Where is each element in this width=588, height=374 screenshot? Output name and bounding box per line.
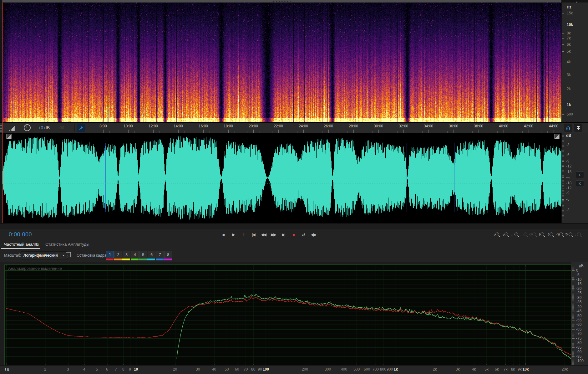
y-tick-label: -55 xyxy=(576,318,581,322)
scrollbar-grip-icon[interactable] xyxy=(273,1,291,2)
skip-to-start-icon: |◀ xyxy=(252,232,255,237)
zoom-vertical-alt-button[interactable]: ↕ xyxy=(574,231,582,238)
hold-button-3[interactable]: 3 xyxy=(123,251,130,258)
monitoring-button[interactable] xyxy=(564,124,572,132)
hold-button-8[interactable]: 8 xyxy=(164,251,172,258)
scale-scroll-up-icon[interactable]: ▾ xyxy=(576,1,578,4)
toolbar-divider xyxy=(74,124,75,132)
record-button[interactable]: ● xyxy=(289,231,297,238)
hold-button-7[interactable]: 7 xyxy=(156,251,164,258)
frequency-tick-label: 500 xyxy=(567,112,573,116)
pin-button[interactable] xyxy=(77,124,85,132)
skip-to-start-button[interactable]: |◀ xyxy=(249,231,257,238)
ruler-time-label: 14:00 xyxy=(174,124,183,128)
zoom-out-vertical-button[interactable]: ↕− xyxy=(501,231,509,238)
zoom-in-horizontal-button[interactable]: ↔+ xyxy=(510,231,518,238)
x-tick-label: 70 xyxy=(244,367,248,371)
gain-ghost-value: 00 xyxy=(59,125,64,130)
y-tick-label: -95 xyxy=(576,354,581,359)
zoom-out-horizontal-button[interactable]: ↔− xyxy=(520,231,527,238)
transport-bar: 0:00.000 ■▶Ⅱ|◀◀◀▶▶▶|●⇄◀|▶ ↕+↕−↔+↔−↺{}{}↻… xyxy=(0,229,588,240)
x-tick-label: 20k xyxy=(562,367,568,371)
loop-playback-button[interactable]: ⇄ xyxy=(299,231,307,238)
levels-meter-icon[interactable] xyxy=(9,125,16,131)
amplitude-tick-label: -6 xyxy=(566,153,570,157)
stop-button[interactable]: ■ xyxy=(219,231,227,238)
marker-button[interactable] xyxy=(574,124,582,132)
gain-readout[interactable]: +0 dB xyxy=(38,125,50,130)
clock-icon[interactable] xyxy=(24,124,31,131)
frequency-tick-label: 4k xyxy=(567,60,571,64)
analyzed-selection-label: Анализированое выделение xyxy=(8,266,62,271)
spectral-split-handle-right[interactable] xyxy=(554,134,560,139)
pause-button[interactable]: Ⅱ xyxy=(239,231,247,238)
hold-button-4[interactable]: 4 xyxy=(131,251,139,258)
frequency-chart[interactable] xyxy=(4,264,571,365)
zoom-in-vertical-button[interactable]: ↕+ xyxy=(492,231,500,238)
skip-selection-button[interactable]: ◀|▶ xyxy=(309,231,317,238)
hold-color-bar xyxy=(164,259,172,260)
ruler-time-label: 12:00 xyxy=(149,124,158,128)
panel-divider xyxy=(0,223,588,230)
frequency-tick-label: 15k xyxy=(567,11,573,15)
timed-record-button[interactable]: ↻ xyxy=(565,231,573,238)
ruler-time-label: 40:00 xyxy=(499,124,508,128)
frequency-tick-mark xyxy=(562,105,564,105)
hold-button-1[interactable]: 1 xyxy=(106,251,114,258)
zoom-in-point-button[interactable]: { xyxy=(538,231,545,238)
headphones-icon xyxy=(566,126,571,130)
rewind-button[interactable]: ◀◀ xyxy=(259,231,267,238)
magnifier-icon xyxy=(540,233,544,236)
x-tick-label: 60 xyxy=(235,367,239,371)
zoom-out-point-button[interactable]: } xyxy=(547,231,555,238)
ruler-time-label: 22:00 xyxy=(274,124,283,128)
panel-grip-icon[interactable] xyxy=(0,124,2,132)
panel-menu-icon[interactable]: ≡ xyxy=(34,242,37,247)
zoom-reset-button[interactable]: ↺ xyxy=(529,231,536,238)
magnifier-icon xyxy=(550,233,553,236)
frequency-tick-mark xyxy=(562,62,564,62)
play-button[interactable]: ▶ xyxy=(229,231,237,238)
spectral-split-handle[interactable] xyxy=(6,134,12,139)
hold-button-5[interactable]: 5 xyxy=(139,251,147,258)
copy-graph-icon[interactable] xyxy=(66,252,71,257)
y-tick-mark xyxy=(572,338,575,339)
y-tick-mark xyxy=(572,329,575,330)
tab-amplitude-statistics[interactable]: Статистика Амплитуды xyxy=(45,242,89,247)
scale-dropdown[interactable]: Логарифмический xyxy=(21,251,68,259)
y-tick-label: -65 xyxy=(576,327,581,331)
channel-button-k[interactable]: K xyxy=(576,180,584,187)
scale-label: Масштаб: xyxy=(4,253,21,258)
amplitude-tick-label: -6 xyxy=(566,197,570,202)
amplitude-scale: dB ▴ -3-6-9-12-18-∞-18-12-9-6-3 xyxy=(561,133,588,223)
stop-icon: ■ xyxy=(222,232,224,237)
pin-marker-icon xyxy=(576,126,580,130)
spectrogram-display[interactable] xyxy=(2,3,561,122)
frequency-tick-label: 5k xyxy=(567,49,571,54)
x-tick-label: 7 xyxy=(115,367,117,371)
ruler-time-label: 26:00 xyxy=(324,124,333,128)
y-tick-mark xyxy=(572,316,575,316)
hold-button-6[interactable]: 6 xyxy=(148,251,155,258)
x-tick-label: 5k xyxy=(484,367,489,371)
ruler-right-buttons xyxy=(564,124,584,132)
amplitude-tick-mark xyxy=(562,177,564,178)
x-tick-label: 7k xyxy=(504,367,508,371)
frequency-tick-mark xyxy=(562,13,564,13)
ruler-time-label: 18:00 xyxy=(224,124,233,128)
frequency-tick-label: 3k xyxy=(567,73,571,77)
y-tick-mark xyxy=(572,307,575,307)
hold-button-2[interactable]: 2 xyxy=(114,251,122,258)
channel-button-l[interactable]: L xyxy=(576,172,584,178)
zoom-selection-button[interactable]: {} xyxy=(556,231,564,238)
x-tick-label: 800 xyxy=(380,367,386,371)
x-tick-label: 3 xyxy=(67,367,69,371)
zoom-navigator-scrollbar[interactable] xyxy=(2,0,561,3)
skip-to-end-button[interactable]: ▶| xyxy=(279,231,287,238)
amplitude-tick-label: -∞ xyxy=(566,175,570,180)
waveform-display[interactable] xyxy=(2,133,561,223)
time-display[interactable]: 0:00.000 xyxy=(9,231,32,238)
fast-forward-button[interactable]: ▶▶ xyxy=(269,231,277,238)
playhead[interactable] xyxy=(2,3,3,223)
tab-frequency-analysis[interactable]: Частотный анализ xyxy=(4,242,39,247)
